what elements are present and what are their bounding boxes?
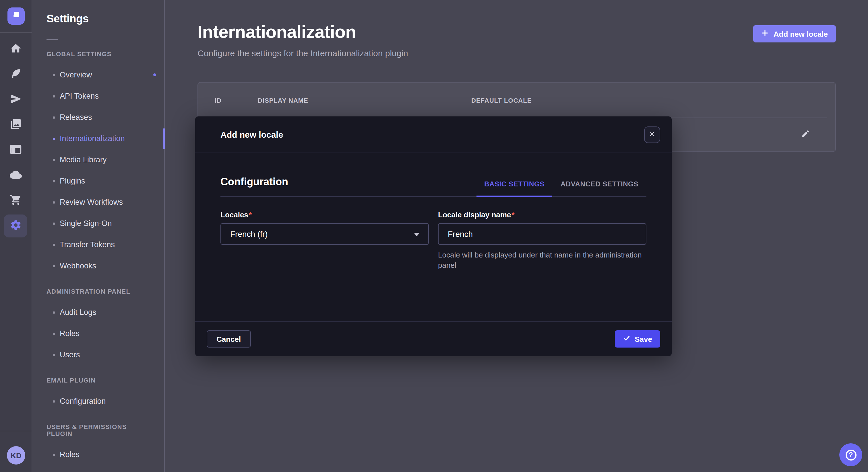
section-email-plugin: EMAIL PLUGIN <box>46 377 150 384</box>
modal-footer: Cancel Save <box>195 321 672 356</box>
section-users-permissions-plugin: USERS & PERMISSIONS PLUGIN <box>46 423 150 437</box>
sidebar-item-single-sign-on[interactable]: Single Sign-On <box>32 213 164 234</box>
page-subtitle: Configure the settings for the Internati… <box>197 48 408 58</box>
settings-sidebar: Settings GLOBAL SETTINGS Overview API To… <box>32 0 165 472</box>
sidebar-title-divider <box>46 39 58 40</box>
required-marker: * <box>512 210 515 219</box>
chevron-down-icon <box>414 233 420 236</box>
add-locale-modal: Add new locale Configuration BASIC SETTI… <box>195 116 672 356</box>
save-button[interactable]: Save <box>615 330 660 347</box>
cancel-button[interactable]: Cancel <box>207 330 251 347</box>
modal-title: Add new locale <box>220 130 283 139</box>
rail-item-settings[interactable] <box>4 214 27 237</box>
display-name-hint: Locale will be displayed under that name… <box>438 250 645 270</box>
sidebar-item-internationalization[interactable]: Internationalization <box>32 128 164 149</box>
column-id: ID <box>215 97 222 103</box>
rail-nav <box>0 37 31 239</box>
user-avatar[interactable]: KD <box>7 446 25 465</box>
rail-item-content-manager[interactable] <box>4 138 27 163</box>
active-indicator <box>163 128 165 149</box>
display-name-label: Locale display name* <box>438 210 646 219</box>
paper-plane-icon <box>9 93 22 107</box>
notification-dot <box>153 73 156 76</box>
sidebar-item-api-tokens[interactable]: API Tokens <box>32 86 164 107</box>
modal-body: Configuration BASIC SETTINGS ADVANCED SE… <box>195 176 672 270</box>
tab-basic-settings[interactable]: BASIC SETTINGS <box>476 180 553 196</box>
column-default-locale: DEFAULT LOCALE <box>471 97 532 103</box>
rail-item-content-type-builder[interactable] <box>4 62 27 87</box>
rail-item-cloud[interactable] <box>4 163 27 188</box>
check-icon <box>623 334 630 343</box>
section-administration-panel: ADMINISTRATION PANEL <box>46 288 150 295</box>
plus-icon <box>762 29 769 38</box>
locales-select[interactable]: French (fr) <box>220 223 429 245</box>
rail-item-marketplace[interactable] <box>4 188 27 213</box>
table-header-row: ID DISPLAY NAME DEFAULT LOCALE <box>198 82 835 117</box>
configuration-title: Configuration <box>220 176 288 196</box>
strapi-logo-icon <box>11 10 21 22</box>
page-title: Internationalization <box>197 22 356 42</box>
app-window: KD Settings GLOBAL SETTINGS Overview API… <box>0 0 868 472</box>
cloud-icon <box>9 168 22 183</box>
sidebar-item-up-providers[interactable]: Providers <box>32 465 164 472</box>
gear-icon <box>9 219 22 233</box>
images-icon <box>9 118 22 132</box>
rail-divider <box>0 32 32 33</box>
sidebar-item-plugins[interactable]: Plugins <box>32 170 164 192</box>
locales-field: Locales* French (fr) <box>220 210 429 270</box>
question-mark-icon: ? <box>845 449 856 460</box>
sidebar-item-email-configuration[interactable]: Configuration <box>32 391 164 412</box>
cart-icon <box>9 194 22 208</box>
tab-advanced-settings[interactable]: ADVANCED SETTINGS <box>553 180 646 196</box>
column-display-name: DISPLAY NAME <box>258 97 308 103</box>
icon-rail: KD <box>0 0 32 472</box>
home-icon <box>9 42 22 57</box>
strapi-logo[interactable] <box>7 7 25 25</box>
add-new-locale-button[interactable]: Add new locale <box>753 25 836 42</box>
help-button[interactable]: ? <box>839 443 862 466</box>
layout-icon <box>9 143 22 158</box>
sidebar-item-up-roles[interactable]: Roles <box>32 444 164 465</box>
feather-icon <box>9 67 22 82</box>
locales-select-value: French (fr) <box>230 229 268 239</box>
edit-locale-button[interactable] <box>801 129 810 140</box>
sidebar-item-audit-logs[interactable]: Audit Logs <box>32 302 164 323</box>
sidebar-item-admin-users[interactable]: Users <box>32 344 164 365</box>
sidebar-title: Settings <box>46 12 150 25</box>
sidebar-item-transfer-tokens[interactable]: Transfer Tokens <box>32 234 164 255</box>
sidebar-item-review-workflows[interactable]: Review Workflows <box>32 192 164 213</box>
close-icon <box>649 130 656 139</box>
rail-item-home[interactable] <box>4 37 27 62</box>
locales-label: Locales* <box>220 210 429 219</box>
modal-fields: Locales* French (fr) Locale display name… <box>220 210 646 270</box>
modal-tabs: BASIC SETTINGS ADVANCED SETTINGS <box>476 180 646 196</box>
required-marker: * <box>249 210 252 219</box>
rail-item-deploy[interactable] <box>4 87 27 112</box>
sidebar-item-releases[interactable]: Releases <box>32 107 164 128</box>
display-name-field: Locale display name* Locale will be disp… <box>438 210 646 270</box>
sidebar-item-webhooks[interactable]: Webhooks <box>32 255 164 276</box>
rail-item-media-library[interactable] <box>4 112 27 138</box>
sidebar-item-media-library[interactable]: Media Library <box>32 149 164 170</box>
sidebar-item-admin-roles[interactable]: Roles <box>32 323 164 344</box>
rail-bottom-divider <box>0 431 32 431</box>
modal-close-button[interactable] <box>644 126 660 143</box>
display-name-input[interactable] <box>438 223 646 245</box>
sidebar-item-overview[interactable]: Overview <box>32 64 164 86</box>
modal-header: Add new locale <box>195 116 672 153</box>
configuration-header: Configuration BASIC SETTINGS ADVANCED SE… <box>220 176 646 197</box>
pencil-icon <box>801 132 810 140</box>
section-global-settings: GLOBAL SETTINGS <box>46 50 150 57</box>
